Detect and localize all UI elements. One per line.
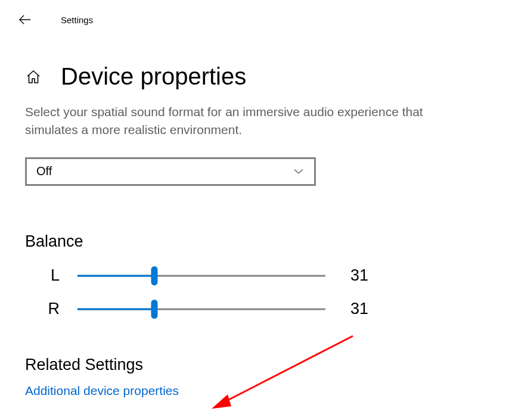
spatial-sound-dropdown[interactable]: Off	[25, 157, 316, 186]
slider-fill	[77, 308, 154, 310]
additional-device-properties-link[interactable]: Additional device properties	[25, 384, 482, 398]
home-icon	[26, 69, 41, 85]
balance-right-label: R	[25, 300, 60, 318]
slider-thumb[interactable]	[151, 300, 157, 319]
slider-thumb[interactable]	[151, 266, 157, 285]
back-button[interactable]	[19, 14, 31, 26]
balance-section-label: Balance	[25, 232, 482, 251]
dropdown-selected-value: Off	[36, 164, 52, 178]
back-arrow-icon	[19, 14, 31, 25]
balance-right-value: 31	[350, 300, 368, 318]
page-title: Device properties	[61, 63, 246, 90]
page-description: Select your spatial sound format for an …	[25, 103, 478, 139]
balance-left-slider[interactable]	[77, 269, 325, 283]
balance-left-value: 31	[350, 266, 368, 285]
app-title: Settings	[61, 15, 93, 25]
chevron-down-icon	[294, 167, 303, 176]
related-settings-title: Related Settings	[25, 356, 482, 374]
slider-fill	[77, 275, 154, 276]
balance-left-label: L	[25, 266, 60, 285]
balance-right-slider[interactable]	[77, 302, 325, 316]
home-button[interactable]	[25, 69, 42, 85]
